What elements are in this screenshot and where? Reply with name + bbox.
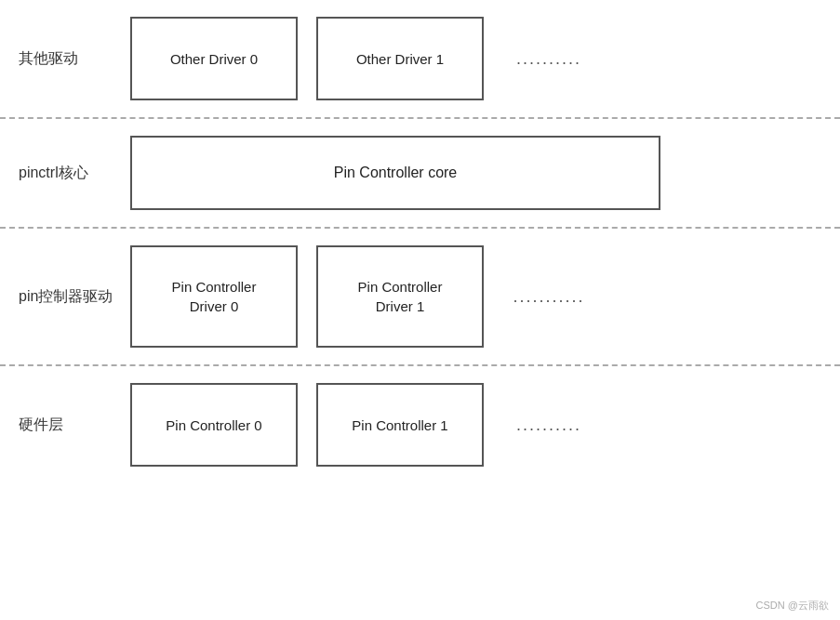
section-pinctrl-core: pinctrl核心 Pin Controller core [0, 119, 840, 229]
boxes-pin-controller-drivers: Pin ControllerDriver 0 Pin ControllerDri… [130, 245, 840, 348]
label-other-drivers: 其他驱动 [19, 47, 130, 70]
label-hardware: 硬件层 [19, 414, 130, 436]
section-other-drivers: 其他驱动 Other Driver 0 Other Driver 1 .....… [0, 0, 840, 119]
boxes-pinctrl-core: Pin Controller core [130, 136, 840, 210]
section-pin-controller-drivers: pin控制器驱动 Pin ControllerDriver 0 Pin Cont… [0, 229, 840, 366]
pin-controller-drivers-ellipsis: ........... [502, 287, 595, 307]
other-drivers-ellipsis: .......... [502, 49, 595, 69]
boxes-hardware: Pin Controller 0 Pin Controller 1 ......… [130, 383, 840, 467]
watermark: CSDN @云雨欲 [756, 599, 829, 613]
boxes-other-drivers: Other Driver 0 Other Driver 1 .......... [130, 17, 840, 100]
hardware-ellipsis: .......... [502, 416, 595, 435]
section-hardware: 硬件层 Pin Controller 0 Pin Controller 1 ..… [0, 366, 840, 483]
other-driver-0-box: Other Driver 0 [130, 17, 298, 100]
label-pin-controller-drivers: pin控制器驱动 [19, 285, 130, 308]
other-driver-1-box: Other Driver 1 [316, 17, 484, 100]
pin-controller-driver-0-box: Pin ControllerDriver 0 [130, 245, 298, 348]
pin-controller-core-box: Pin Controller core [130, 136, 660, 210]
pin-controller-driver-1-box: Pin ControllerDriver 1 [316, 245, 484, 348]
label-pinctrl-core: pinctrl核心 [19, 162, 130, 184]
pin-controller-0-box: Pin Controller 0 [130, 383, 298, 467]
pin-controller-1-box: Pin Controller 1 [316, 383, 484, 467]
diagram: 其他驱动 Other Driver 0 Other Driver 1 .....… [0, 0, 840, 620]
